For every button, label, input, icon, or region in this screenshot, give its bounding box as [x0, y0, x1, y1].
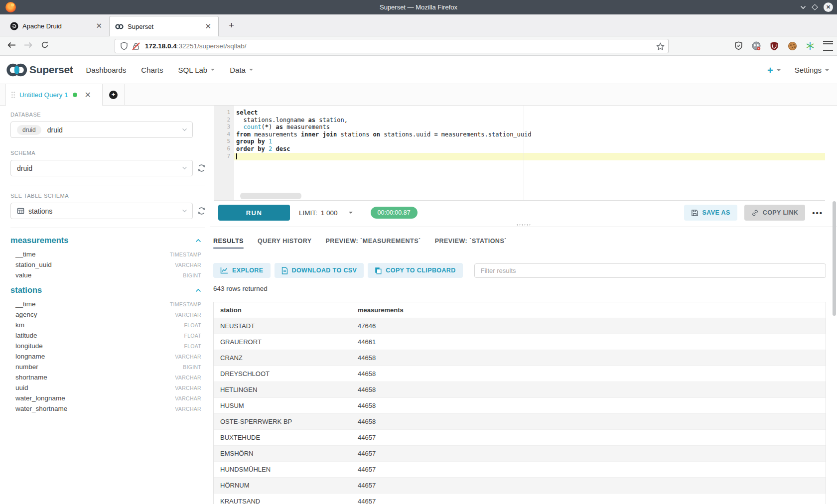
settings-menu[interactable]: Settings [795, 66, 829, 74]
tracking-protection-shield-icon[interactable] [120, 42, 128, 50]
save-as-label: SAVE AS [702, 209, 730, 216]
limit-control[interactable]: LIMIT: 1 000 [299, 209, 353, 217]
cell-measurements: 44658 [351, 414, 826, 429]
ublock-extension-icon[interactable] [769, 41, 779, 51]
reload-button[interactable] [41, 41, 49, 51]
column-type: FLOAT [184, 333, 201, 339]
run-button[interactable]: RUN [218, 205, 290, 221]
cookie-extension-icon[interactable] [787, 41, 797, 51]
forward-button[interactable] [24, 41, 33, 50]
back-button[interactable] [7, 41, 16, 50]
url-text[interactable]: 172.18.0.4:32251/superset/sqllab/ [145, 42, 246, 50]
table-row: BUXTEHUDE44657 [214, 430, 826, 446]
editor-code[interactable]: select stations.longname as station, cou… [234, 109, 825, 160]
close-tab-icon[interactable]: ✕ [94, 21, 104, 30]
column-name: longitude [15, 342, 43, 350]
brand-name[interactable]: Superset [29, 64, 73, 76]
chevron-up-icon[interactable] [195, 288, 201, 292]
maximize-icon[interactable] [812, 4, 818, 10]
code-line: order by 2 desc [234, 145, 825, 153]
sqllab-right-pane: 1234567 select stations.longname as stat… [210, 106, 837, 504]
column-row: shortnameVARCHAR [10, 372, 210, 382]
column-name: shortname [15, 374, 47, 381]
results-tab-preview-stations[interactable]: PREVIEW: `STATIONS` [435, 233, 507, 249]
browser-tab-superset[interactable]: Superset ✕ [109, 16, 219, 36]
download-csv-button[interactable]: DOWNLOAD TO CSV [275, 263, 364, 278]
table-schema-select[interactable]: stations [10, 203, 193, 219]
results-tab-results[interactable]: RESULTS [213, 233, 244, 249]
table-row: HUNDSMÜHLEN44657 [214, 462, 826, 478]
drag-handle-icon[interactable] [11, 91, 15, 99]
refresh-table-icon[interactable] [197, 207, 206, 215]
window-shade-icon[interactable] [800, 5, 806, 9]
nav-item-charts[interactable]: Charts [141, 66, 163, 74]
query-state-dot [73, 93, 77, 97]
new-item-button[interactable]: + [767, 65, 781, 75]
cell-measurements: 44658 [351, 350, 826, 366]
chevron-up-icon[interactable] [195, 239, 201, 243]
url-bar[interactable]: 172.18.0.4:32251/superset/sqllab/ [115, 39, 669, 53]
pane-resize-handle[interactable] [516, 224, 531, 226]
database-select[interactable]: druid druid [10, 122, 193, 138]
database-value: druid [47, 126, 63, 134]
cell-measurements: 44657 [351, 478, 826, 493]
copy-to-clipboard-button[interactable]: COPY TO CLIPBOARD [368, 263, 462, 278]
column-type: TIMESTAMP [170, 301, 201, 307]
nav-item-sql-lab[interactable]: SQL Lab [178, 66, 215, 74]
more-options-button[interactable]: ••• [812, 209, 823, 217]
column-header-station[interactable]: station [214, 302, 351, 318]
column-name: agency [15, 311, 37, 318]
column-row: __timeTIMESTAMP [10, 299, 210, 309]
bookmark-star-icon[interactable] [656, 42, 665, 53]
column-header-measurements[interactable]: measurements [351, 302, 826, 318]
column-name: km [15, 321, 24, 329]
column-type: VARCHAR [175, 385, 201, 391]
column-type: VARCHAR [175, 395, 201, 401]
column-name: latitude [15, 332, 37, 339]
explore-button[interactable]: EXPLORE [213, 263, 271, 278]
save-as-button[interactable]: SAVE AS [684, 205, 737, 221]
shield-extension-icon[interactable] [733, 41, 743, 51]
schema-select[interactable]: druid [10, 160, 193, 176]
menu-icon[interactable] [823, 41, 833, 51]
results-tab-query-history[interactable]: QUERY HISTORY [258, 233, 312, 249]
close-window-icon[interactable]: ✕ [824, 2, 833, 12]
table-row: HUSUM44658 [214, 398, 826, 414]
mask-extension-icon[interactable] [751, 41, 761, 51]
schema-table-header[interactable]: stations [10, 285, 210, 295]
query-tab[interactable]: Untitled Query 1 ✕ [5, 84, 103, 106]
refresh-schema-icon[interactable] [197, 164, 206, 172]
chevron-down-icon [182, 166, 187, 170]
results-tab-preview-measurements[interactable]: PREVIEW: `MEASUREMENTS` [326, 233, 421, 249]
editor-hscrollbar[interactable] [240, 193, 301, 199]
new-tab-button[interactable]: + [225, 18, 238, 32]
snowflake-extension-icon[interactable] [805, 41, 815, 51]
copy-icon [375, 267, 382, 274]
insecure-lock-icon[interactable] [132, 42, 140, 50]
column-name: station_uuid [15, 261, 52, 268]
save-icon [691, 209, 698, 217]
new-query-tab-button[interactable]: + [103, 84, 125, 106]
cell-station: DREYSCHLOOT [214, 366, 351, 381]
schema-table-header[interactable]: measurements [10, 236, 210, 245]
close-query-tab-icon[interactable]: ✕ [85, 90, 91, 100]
limit-value: 1 000 [321, 209, 338, 217]
page-scrollbar[interactable] [833, 201, 836, 316]
copy-link-label: COPY LINK [763, 209, 798, 216]
close-tab-icon[interactable]: ✕ [203, 22, 213, 31]
download-csv-label: DOWNLOAD TO CSV [292, 267, 357, 274]
browser-tab-apache-druid[interactable]: Apache Druid ✕ [4, 16, 109, 36]
sql-editor[interactable]: 1234567 select stations.longname as stat… [214, 106, 825, 201]
query-toolbar: RUN LIMIT: 1 000 00:00:00.87 SAVE AS COP… [218, 205, 823, 221]
column-type: TIMESTAMP [170, 252, 201, 257]
copy-link-button[interactable]: COPY LINK [744, 205, 805, 221]
nav-item-dashboards[interactable]: Dashboards [86, 66, 126, 74]
nav-item-data[interactable]: Data [230, 66, 253, 74]
filter-results-input[interactable] [474, 263, 826, 278]
limit-caret-icon[interactable] [349, 212, 353, 214]
window-titlebar[interactable]: Superset — Mozilla Firefox ✕ [0, 0, 837, 14]
superset-navbar: Superset DashboardsChartsSQL LabData + S… [0, 56, 837, 84]
column-name: __time [15, 251, 36, 258]
table-row: EMSHÖRN44657 [214, 446, 826, 462]
cell-station: HUSUM [214, 398, 351, 413]
